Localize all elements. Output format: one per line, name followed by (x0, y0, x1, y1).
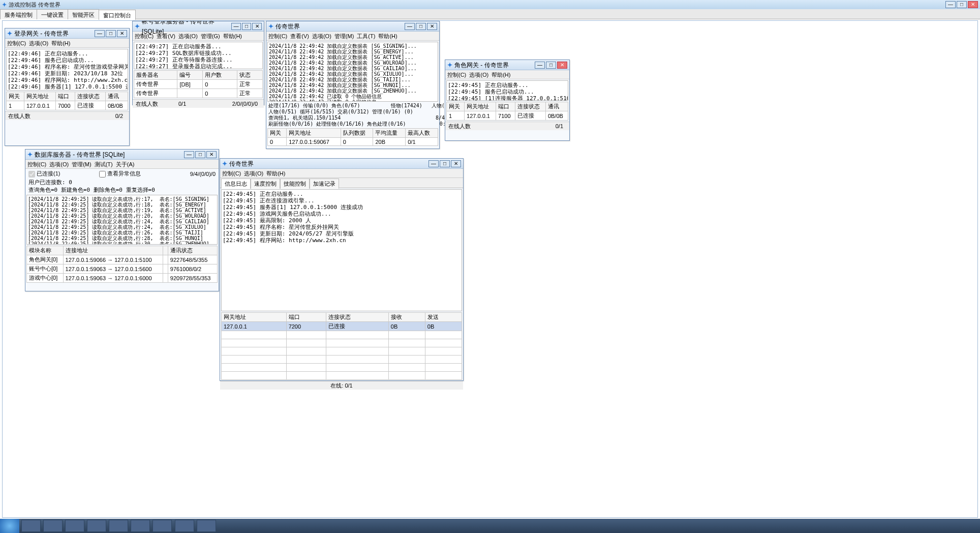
plugin-tab[interactable]: 速度控制 (251, 179, 280, 189)
menu-item[interactable]: 选项(O) (49, 161, 69, 167)
database-server-window: ✦ 数据库服务器 - 传奇世界 [SQLite] — □ ✕ 控制(C)选项(O… (25, 149, 219, 291)
window-title: 登录网关 - 传奇世界 (14, 28, 69, 39)
taskbar-item[interactable] (131, 520, 150, 532)
maximize-button[interactable]: □ (195, 151, 205, 158)
taskbar-item[interactable] (65, 520, 84, 532)
menu-item[interactable]: 查看(V) (157, 33, 175, 39)
menu-item[interactable]: 管理(M) (334, 33, 354, 39)
close-button[interactable]: ✕ (427, 23, 437, 30)
menu-item[interactable]: 选项(O) (178, 33, 198, 39)
app-icon: ✦ (27, 150, 33, 160)
main-tab[interactable]: 智能开区 (68, 9, 99, 19)
menubar[interactable]: 控制(C)选项(O)管理(M)测试(T)关于(A) (25, 160, 219, 169)
maximize-button[interactable]: □ (242, 23, 252, 30)
table-row[interactable]: 传奇世界[DB]0正常 (134, 80, 263, 89)
taskbar-item[interactable] (197, 520, 216, 532)
taskbar-item[interactable] (21, 520, 41, 532)
menu-item[interactable]: 控制(C) (27, 161, 46, 167)
statusbar: 在线人数 0/1 (445, 122, 569, 130)
window-titlebar[interactable]: ✦ 角色网关 - 传奇世界 — □ ✕ (445, 60, 569, 70)
menu-item[interactable]: 关于(A) (116, 161, 135, 167)
menu-item[interactable]: 帮助(H) (223, 33, 242, 39)
table-row[interactable]: 1127.0.0.17000已连接0B/0B (7, 101, 128, 110)
menu-item[interactable]: 控制(C) (7, 40, 26, 46)
menu-item[interactable]: 帮助(H) (266, 170, 285, 176)
table-header: 通讯 (545, 102, 568, 111)
maximize-button[interactable]: □ (416, 23, 426, 30)
menubar[interactable]: 控制(C)选项(O)帮助(H) (445, 70, 569, 79)
menu-item[interactable]: 工具(T) (357, 33, 375, 39)
window-titlebar[interactable]: ✦ 传奇世界 — □ ✕ (266, 21, 439, 32)
close-button[interactable]: ✕ (206, 151, 217, 158)
app-logo-icon: ✦ (2, 0, 7, 9)
main-tab[interactable]: 服务端控制 (0, 9, 37, 19)
minimize-button[interactable]: — (945, 1, 956, 8)
plugin-tab[interactable]: 加速记录 (310, 179, 339, 189)
abnormal-checkbox[interactable]: 查看异常信息 (99, 170, 141, 177)
menubar[interactable]: 控制(C)查看(V)选项(O)管理(G)帮助(H) (133, 32, 264, 41)
menu-item[interactable]: 帮助(H) (492, 72, 510, 78)
menu-item[interactable]: 选项(O) (29, 40, 48, 46)
minimize-button[interactable]: — (184, 151, 194, 158)
table-row[interactable]: 账号中心[0]127.0.0.1:59063 → 127.0.0.1:56009… (27, 264, 218, 274)
menu-item[interactable]: 选项(O) (469, 72, 488, 78)
minimize-button[interactable]: — (405, 23, 415, 30)
log-output: [22:49:46] 正在启动服务... [22:49:46] 服务已启动成功.… (6, 49, 128, 91)
table-row[interactable]: 传奇世界0正常 (134, 89, 263, 98)
close-button[interactable]: ✕ (451, 160, 461, 167)
minimize-button[interactable]: — (535, 62, 545, 69)
menu-item[interactable]: 控制(C) (135, 33, 154, 39)
menu-item[interactable]: 控制(C) (222, 170, 241, 176)
table-row[interactable]: 127.0.0.17200已连接0B0B (222, 322, 462, 331)
menu-item[interactable]: 选项(O) (244, 170, 263, 176)
plugin-tab[interactable]: 信息日志 (221, 179, 251, 189)
table-row[interactable]: 游戏中心[0]127.0.0.1:59063 → 127.0.0.1:60009… (27, 274, 218, 283)
maximize-button[interactable]: □ (546, 62, 556, 69)
menubar[interactable]: 控制(C)选项(O)帮助(H) (5, 39, 129, 48)
os-taskbar[interactable] (0, 519, 980, 533)
taskbar-item[interactable] (175, 520, 194, 532)
minimize-button[interactable]: — (428, 160, 439, 167)
menu-item[interactable]: 管理(M) (72, 161, 91, 167)
table-row[interactable]: 角色网关[0]127.0.0.1:59066 → 127.0.0.1:51009… (27, 255, 218, 264)
taskbar-item[interactable] (152, 520, 172, 532)
maximize-button[interactable]: □ (440, 160, 450, 167)
table-row[interactable]: 0127.0.0.1:59067020B0/1 (268, 138, 438, 146)
menu-item[interactable]: 帮助(H) (378, 33, 397, 39)
close-button[interactable]: ✕ (117, 30, 127, 37)
window-titlebar[interactable]: ✦ 帐号登录服务器 - 传奇世界 [SQLite] — □ ✕ (133, 21, 264, 32)
main-tab[interactable]: 一键设置 (37, 9, 68, 19)
window-titlebar[interactable]: ✦ 数据库服务器 - 传奇世界 [SQLite] — □ ✕ (25, 150, 219, 160)
menu-item[interactable]: 查看(V) (290, 33, 309, 39)
account-server-window: ✦ 帐号登录服务器 - 传奇世界 [SQLite] — □ ✕ 控制(C)查看(… (132, 21, 264, 105)
window-titlebar[interactable]: ✦ 登录网关 - 传奇世界 — □ ✕ (5, 28, 129, 39)
close-button[interactable]: ✕ (968, 1, 978, 8)
minimize-button[interactable]: — (231, 23, 241, 30)
taskbar-item[interactable] (43, 520, 63, 532)
app-icon: ✦ (135, 21, 140, 32)
start-button[interactable] (0, 519, 19, 533)
table-header: 网关 (7, 92, 24, 101)
menu-item[interactable]: 控制(C) (268, 33, 287, 39)
close-button[interactable]: ✕ (557, 62, 567, 69)
plugin-tab[interactable]: 技能控制 (280, 179, 310, 189)
table-row[interactable]: 1127.0.0.17100已连接0B/0B (447, 111, 568, 121)
menu-item[interactable]: 测试(T) (95, 161, 113, 167)
menubar[interactable]: 控制(C)查看(V)选项(O)管理(M)工具(T)帮助(H) (266, 32, 439, 41)
menubar[interactable]: 控制(C)选项(O)帮助(H) (220, 169, 463, 178)
close-button[interactable]: ✕ (252, 23, 262, 30)
window-title: 角色网关 - 传奇世界 (454, 60, 509, 70)
connected-checkbox[interactable]: 已连接(1) (28, 170, 60, 177)
window-titlebar[interactable]: ✦ 传奇世界 — □ ✕ (220, 159, 463, 169)
app-icon: ✦ (447, 60, 452, 70)
minimize-button[interactable]: — (95, 30, 105, 37)
taskbar-item[interactable] (87, 520, 106, 532)
menu-item[interactable]: 控制(C) (447, 72, 466, 78)
maximize-button[interactable]: □ (957, 1, 967, 8)
main-tab[interactable]: 窗口控制台 (99, 10, 136, 20)
menu-item[interactable]: 管理(G) (201, 33, 220, 39)
taskbar-item[interactable] (109, 520, 128, 532)
maximize-button[interactable]: □ (106, 30, 116, 37)
menu-item[interactable]: 选项(O) (312, 33, 331, 39)
menu-item[interactable]: 帮助(H) (51, 40, 70, 46)
